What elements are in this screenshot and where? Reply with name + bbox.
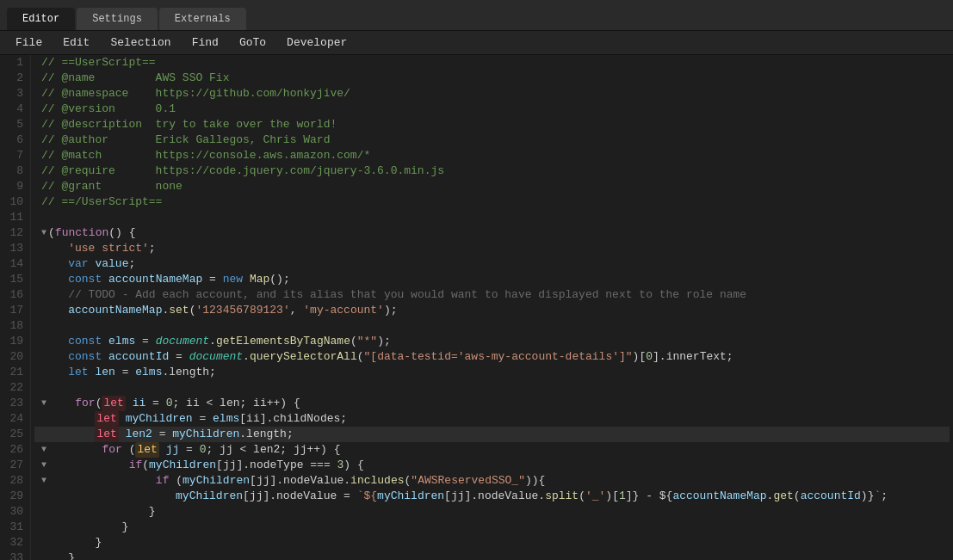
menu-find[interactable]: Find (183, 33, 227, 52)
code-line-9: // @grant none (34, 179, 950, 194)
code-line-33: } (34, 551, 950, 560)
tab-editor[interactable]: Editor (7, 8, 75, 30)
menu-edit[interactable]: Edit (54, 33, 98, 52)
code-line-23: ▼ for(let ii = 0; ii < len; ii++) { (34, 396, 950, 411)
code-line-27: ▼ if(myChildren[jj].nodeType === 3) { (34, 458, 950, 473)
code-line-13: 'use strict'; (34, 241, 950, 256)
code-line-28: ▼ if (myChildren[jj].nodeValue.includes(… (34, 473, 950, 489)
editor: 1 2 3 4 5 6 7 8 9 10 11 12 13 14 15 16 1… (0, 55, 953, 560)
code-line-19: const elms = document.getElementsByTagNa… (34, 334, 950, 349)
code-line-24: let myChildren = elms[ii].childNodes; (34, 411, 950, 427)
code-line-12: ▼(function() { (34, 225, 950, 241)
title-bar: Editor Settings Externals (0, 0, 953, 31)
code-line-10: // ==/UserScript== (34, 194, 950, 210)
tab-externals[interactable]: Externals (159, 8, 246, 30)
code-line-29: myChildren[jj].nodeValue = `${myChildren… (34, 489, 950, 504)
code-line-2: // @name AWS SSO Fix (34, 71, 950, 86)
code-line-17: accountNameMap.set('123456789123', 'my-a… (34, 303, 950, 318)
code-line-3: // @namespace https://github.com/honkyji… (34, 86, 950, 102)
menu-goto[interactable]: GoTo (231, 33, 275, 52)
code-line-5: // @description try to take over the wor… (34, 117, 950, 132)
code-line-30: } (34, 504, 950, 520)
menu-file[interactable]: File (7, 33, 51, 52)
menu-developer[interactable]: Developer (278, 33, 356, 52)
menu-selection[interactable]: Selection (102, 33, 179, 52)
line-numbers: 1 2 3 4 5 6 7 8 9 10 11 12 13 14 15 16 1… (0, 55, 31, 560)
code-line-18 (34, 318, 950, 334)
code-line-11 (34, 210, 950, 225)
code-line-4: // @version 0.1 (34, 102, 950, 117)
code-line-7: // @match https://console.aws.amazon.com… (34, 148, 950, 163)
code-line-15: const accountNameMap = new Map(); (34, 272, 950, 287)
code-line-26: ▼ for (let jj = 0; jj < len2; jj++) { (34, 442, 950, 458)
code-line-22 (34, 380, 950, 396)
tab-settings[interactable]: Settings (77, 8, 158, 30)
menu-bar: File Edit Selection Find GoTo Developer (0, 31, 953, 55)
code-line-8: // @require https://code.jquery.com/jque… (34, 163, 950, 179)
code-line-14: var value; (34, 256, 950, 272)
code-line-32: } (34, 535, 950, 551)
code-area[interactable]: // ==UserScript== // @name AWS SSO Fix /… (31, 55, 953, 560)
code-line-25: let len2 = myChildren.length; (34, 427, 950, 442)
code-line-1: // ==UserScript== (34, 55, 950, 71)
code-line-20: const accountId = document.querySelector… (34, 349, 950, 365)
code-line-6: // @author Erick Gallegos, Chris Ward (34, 132, 950, 148)
code-line-31: } (34, 520, 950, 535)
code-line-16: // TODO - Add each account, and its alia… (34, 287, 950, 303)
code-line-21: let len = elms.length; (34, 365, 950, 380)
